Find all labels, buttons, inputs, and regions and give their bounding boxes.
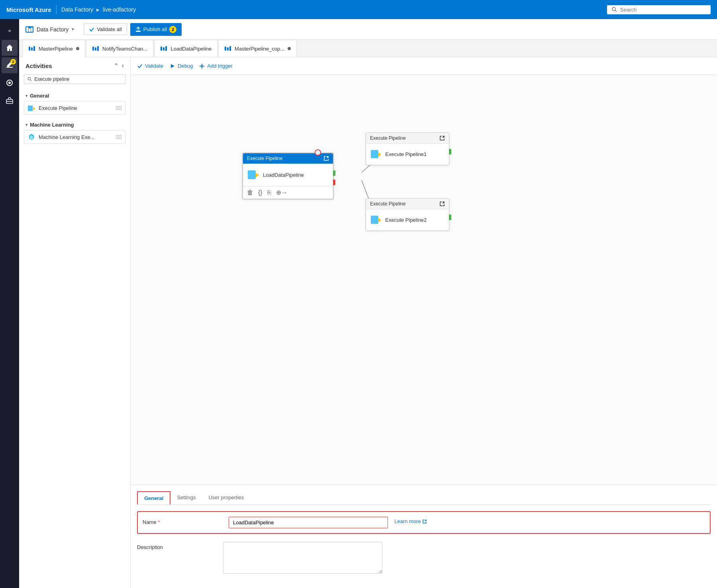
main-toolbar: Data Factory ▾ Validate all Publish all … [19, 19, 717, 40]
add-trigger-button[interactable]: Add trigger [199, 63, 233, 69]
chevron-left-icon[interactable]: ‹ [122, 62, 124, 70]
activities-search-box[interactable] [24, 74, 125, 84]
activities-header: Activities ⌃ ‹ [19, 57, 130, 74]
tab-master-copy[interactable]: MasterPipeline_cop... [218, 40, 297, 57]
svg-rect-32 [371, 150, 378, 158]
node-external-link-icon[interactable] [323, 156, 329, 161]
prop-tab-user-props[interactable]: User properties [202, 491, 250, 504]
publish-all-button[interactable]: Publish all 2 [130, 23, 182, 36]
execute-pipeline-label: Execute Pipeline [39, 105, 77, 111]
svg-rect-25 [28, 105, 33, 111]
debug-label: Debug [178, 63, 193, 69]
svg-marker-27 [171, 64, 174, 68]
svg-line-24 [30, 80, 31, 81]
pipeline-tab-icon-2 [92, 46, 99, 51]
add-trigger-label: Add trigger [207, 63, 233, 69]
node1-header: Execute Pipeline [366, 133, 449, 144]
pipeline-canvas[interactable]: Execute Pipeline [131, 75, 717, 484]
section-ml-header[interactable]: ▾ Machine Learning [24, 119, 125, 130]
node1-body: Execute Pipeline1 [366, 144, 449, 165]
validate-check-icon [137, 63, 143, 69]
node-copy-icon[interactable]: ⎘ [267, 189, 271, 196]
sidebar-expand-btn[interactable]: » [2, 22, 18, 38]
canvas-and-properties: Validate Debug Add trigger [131, 57, 717, 588]
search-icon [612, 7, 617, 12]
node1-icon [370, 148, 382, 161]
svg-rect-12 [31, 47, 33, 51]
tab-notify[interactable]: NotifyTeamsChan... [86, 40, 153, 57]
breadcrumb: Data Factory ▶ live-adfactory [61, 6, 136, 13]
icon-sidebar: » 2 [0, 19, 19, 588]
tab-master-copy-label: MasterPipeline_cop... [235, 46, 284, 52]
pipeline-tab-icon [28, 46, 35, 51]
datafactory-brand-icon [25, 26, 33, 33]
node1-external-icon[interactable] [439, 135, 445, 141]
validate-all-button[interactable]: Validate all [84, 23, 127, 35]
ml-execute-label: Machine Learning Exe... [39, 134, 94, 140]
validate-button[interactable]: Validate [137, 63, 163, 69]
svg-rect-9 [31, 27, 33, 32]
activity-ml-execute[interactable]: Machine Learning Exe... [24, 130, 125, 144]
nav-divider [56, 5, 57, 14]
tab-load-data[interactable]: LoadDataPipeline [154, 40, 217, 57]
svg-rect-30 [248, 170, 256, 179]
sidebar-item-edit[interactable]: 2 [2, 57, 18, 73]
monitor-icon [6, 79, 14, 87]
node-delete-icon[interactable]: 🗑 [247, 189, 253, 196]
prop-tab-general[interactable]: General [137, 491, 170, 504]
activity-execute-pipeline[interactable]: Execute Pipeline [24, 101, 125, 115]
pipeline-node-1[interactable]: Execute Pipeline [366, 133, 449, 165]
node2-external-icon[interactable] [439, 201, 445, 207]
activities-search-input[interactable] [34, 76, 122, 82]
properties-panel: General Settings User properties [131, 484, 717, 588]
pipeline-node-2[interactable]: Execute Pipeline [366, 198, 449, 231]
activities-panel: Activities ⌃ ‹ ▾ Gener [19, 57, 131, 588]
node-code-icon[interactable]: {} [258, 189, 263, 196]
svg-marker-35 [378, 218, 382, 222]
main-layout: » 2 [0, 19, 717, 588]
learn-more-link[interactable]: Learn more [394, 518, 427, 524]
node-selected-header-text: Execute Pipeline [247, 156, 282, 161]
node1-success-connector [449, 149, 451, 154]
svg-point-23 [28, 77, 30, 80]
svg-rect-13 [33, 46, 35, 51]
activities-controls: ⌃ ‹ [114, 62, 124, 70]
tab-master-pipeline[interactable]: MasterPipeline [22, 40, 85, 57]
svg-rect-17 [161, 47, 162, 51]
toolbox-icon [6, 96, 14, 104]
sidebar-item-monitor[interactable] [2, 75, 18, 91]
svg-rect-10 [136, 31, 141, 32]
sidebar-item-home[interactable] [2, 40, 18, 56]
sidebar-item-toolbox[interactable] [2, 92, 18, 108]
breadcrumb-datafactory[interactable]: Data Factory [61, 6, 93, 13]
description-row: Description [137, 542, 711, 574]
description-input[interactable] [223, 542, 382, 574]
collapse-icon[interactable]: ⌃ [114, 62, 119, 70]
node-add-icon[interactable]: ⊕→ [276, 189, 288, 196]
canvas-toolbar: Validate Debug Add trigger [131, 57, 717, 75]
search-bar[interactable] [607, 5, 711, 14]
publish-badge: 2 [169, 26, 176, 33]
tab-copy-unsaved-dot [288, 47, 291, 50]
pipeline-node-selected[interactable]: Execute Pipeline [242, 152, 334, 199]
node2-header: Execute Pipeline [366, 199, 449, 209]
debug-button[interactable]: Debug [170, 63, 193, 69]
node2-icon [370, 213, 382, 227]
success-connector [333, 170, 335, 176]
content-area: Data Factory ▾ Validate all Publish all … [19, 19, 717, 588]
tab-master-label: MasterPipeline [39, 46, 73, 52]
prop-tab-settings[interactable]: Settings [170, 491, 202, 504]
section-general-header[interactable]: ▾ General [24, 90, 125, 101]
fail-connector [333, 180, 335, 185]
external-link-icon [422, 519, 427, 524]
breadcrumb-instance[interactable]: live-adfactory [103, 6, 136, 13]
search-activities-icon [27, 77, 32, 82]
top-navigation: Microsoft Azure Data Factory ▶ live-adfa… [0, 0, 717, 19]
search-input[interactable] [620, 7, 706, 13]
section-chevron-general: ▾ [25, 94, 27, 98]
toolbar-dropdown-chevron[interactable]: ▾ [72, 27, 74, 32]
name-input[interactable] [229, 517, 388, 528]
tab-unsaved-dot [76, 47, 79, 50]
pipeline-tabs: MasterPipeline NotifyTeamsChan... LoadDa… [19, 40, 717, 57]
pipeline-tab-icon-4 [224, 46, 231, 51]
